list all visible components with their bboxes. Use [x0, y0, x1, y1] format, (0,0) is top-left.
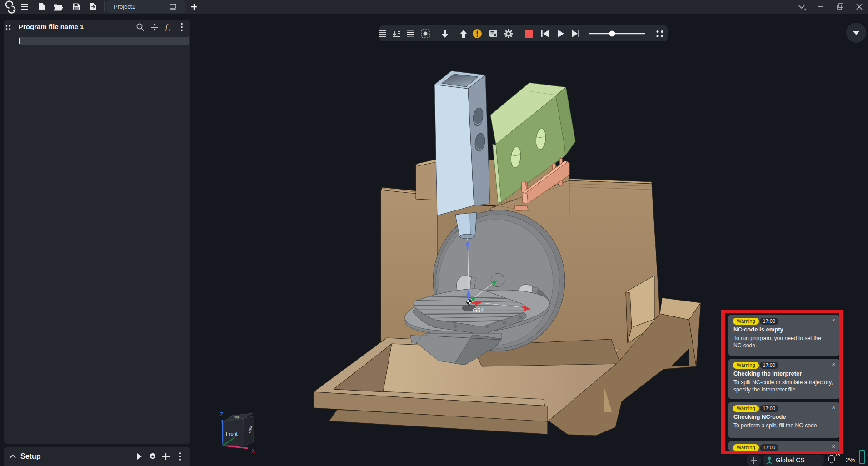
- svg-text:x: x: [169, 28, 170, 32]
- svg-text:f: f: [165, 23, 169, 31]
- svg-text:Global CS: Global CS: [776, 456, 805, 464]
- svg-text:Front: Front: [226, 431, 238, 436]
- svg-text:X: X: [251, 448, 255, 454]
- svg-text:G54: G54: [473, 307, 484, 314]
- svg-text:Z: Z: [220, 411, 223, 418]
